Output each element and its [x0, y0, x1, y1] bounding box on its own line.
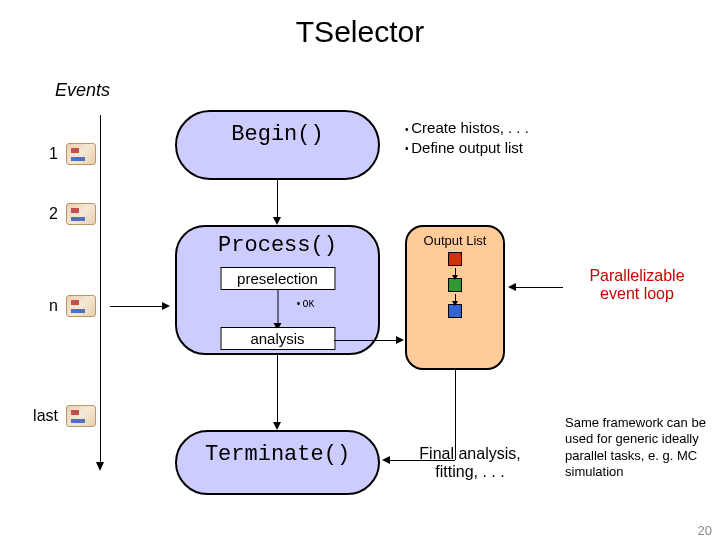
final-analysis-label: Final analysis, fitting, . . . [405, 445, 535, 481]
analysis-label: analysis [250, 330, 304, 347]
page-title: TSelector [0, 15, 720, 49]
bullet-create-histos: Create histos, . . . [405, 118, 529, 138]
event-n: n [30, 295, 96, 317]
event-label: last [30, 407, 58, 425]
event-thumbnail-icon [66, 203, 96, 225]
arrow-output-2-3 [455, 294, 456, 302]
arrow-parallel-label [513, 287, 563, 288]
bullet-define-output: Define output list [405, 138, 529, 158]
event-label: n [30, 297, 58, 315]
process-label: Process() [218, 233, 337, 258]
preselection-box: preselection [220, 267, 335, 290]
ok-label: OK [296, 299, 315, 310]
begin-label: Begin() [231, 122, 323, 147]
event-1: 1 [30, 143, 96, 165]
analysis-box: analysis [220, 327, 335, 350]
final-l2: fitting, . . . [405, 463, 535, 481]
arrow-process-to-terminate [277, 355, 278, 425]
event-label: 1 [30, 145, 58, 163]
event-thumbnail-icon [66, 405, 96, 427]
arrow-preselection-to-analysis [277, 289, 278, 325]
arrow-analysis-to-output [334, 340, 399, 341]
output-list-title: Output List [407, 233, 503, 248]
arrow-begin-to-process [277, 180, 278, 220]
parallel-l1: Parallelizable [567, 267, 707, 285]
event-thumbnail-icon [66, 143, 96, 165]
event-label: 2 [30, 205, 58, 223]
process-stage: Process() preselection OK analysis [175, 225, 380, 355]
output-item-2 [448, 278, 462, 292]
output-item-1 [448, 252, 462, 266]
event-last: last [30, 405, 96, 427]
events-axis [100, 115, 101, 465]
parallel-label: Parallelizable event loop [567, 267, 707, 303]
page-number: 20 [698, 523, 712, 538]
terminate-label: Terminate() [205, 442, 350, 467]
terminate-stage: Terminate() [175, 430, 380, 495]
event-thumbnail-icon [66, 295, 96, 317]
events-heading: Events [55, 80, 110, 101]
arrow-event-to-process [110, 306, 165, 307]
begin-stage: Begin() [175, 110, 380, 180]
parallel-l2: event loop [567, 285, 707, 303]
output-list: Output List [405, 225, 505, 370]
final-l1: Final analysis, [405, 445, 535, 463]
preselection-label: preselection [237, 270, 318, 287]
event-2: 2 [30, 203, 96, 225]
begin-bullets: Create histos, . . . Define output list [405, 118, 529, 157]
framework-note: Same framework can be used for generic i… [565, 415, 710, 480]
output-item-3 [448, 304, 462, 318]
arrow-output-1-2 [455, 268, 456, 276]
